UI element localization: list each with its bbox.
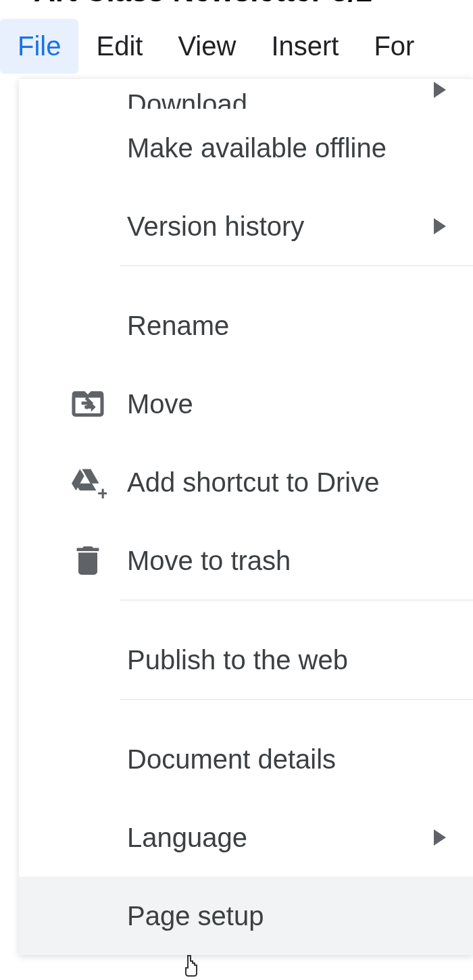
menu-item-language[interactable]: Language xyxy=(19,798,473,877)
menu-item-rename[interactable]: Rename xyxy=(19,286,473,365)
menu-item-label: Page setup xyxy=(127,901,264,931)
folder-move-icon xyxy=(69,385,107,423)
document-title-area: Art Class Newsletter 5/2 xyxy=(0,0,473,14)
menu-insert[interactable]: Insert xyxy=(253,19,356,74)
menu-item-label: Add shortcut to Drive xyxy=(127,467,380,498)
drive-shortcut-icon: + xyxy=(69,463,107,501)
menu-item-publish-to-the-web[interactable]: Publish to the web xyxy=(19,621,473,699)
menubar: File Edit View Insert For xyxy=(0,14,473,74)
spacer xyxy=(19,266,473,286)
menu-item-label: Move xyxy=(127,389,193,419)
menu-format[interactable]: For xyxy=(356,19,432,74)
menu-item-page-setup[interactable]: Page setup xyxy=(19,877,473,955)
svg-text:+: + xyxy=(97,483,107,501)
document-title: Art Class Newsletter 5/2 xyxy=(34,0,372,7)
menu-item-label: Publish to the web xyxy=(127,645,348,675)
chevron-right-icon xyxy=(434,82,446,98)
menu-item-label: Language xyxy=(127,823,247,853)
menu-edit[interactable]: Edit xyxy=(78,19,160,74)
spacer xyxy=(19,700,473,720)
menu-item-label: Make available offline xyxy=(127,133,387,163)
chevron-right-icon xyxy=(434,218,446,234)
menu-item-move[interactable]: Move xyxy=(19,365,473,443)
menu-item-download[interactable]: Download xyxy=(19,79,473,109)
menu-item-label: Move to trash xyxy=(127,546,291,576)
file-dropdown: Download Make available offline Version … xyxy=(19,78,473,955)
pointer-cursor-icon xyxy=(181,954,200,979)
menu-item-move-to-trash[interactable]: Move to trash xyxy=(19,521,473,600)
trash-icon xyxy=(69,542,107,579)
menu-file[interactable]: File xyxy=(0,19,78,74)
menu-item-make-available-offline[interactable]: Make available offline xyxy=(19,109,473,187)
menu-item-label: Version history xyxy=(127,211,304,242)
menu-item-label: Rename xyxy=(127,311,229,341)
menu-item-version-history[interactable]: Version history xyxy=(19,187,473,265)
menu-view[interactable]: View xyxy=(160,19,253,74)
menu-item-label: Document details xyxy=(127,744,336,775)
menu-item-add-shortcut-to-drive[interactable]: + Add shortcut to Drive xyxy=(19,443,473,521)
chevron-right-icon xyxy=(434,829,446,846)
menu-item-label: Download xyxy=(127,89,247,109)
menu-item-document-details[interactable]: Document details xyxy=(19,720,473,798)
spacer xyxy=(19,600,473,621)
